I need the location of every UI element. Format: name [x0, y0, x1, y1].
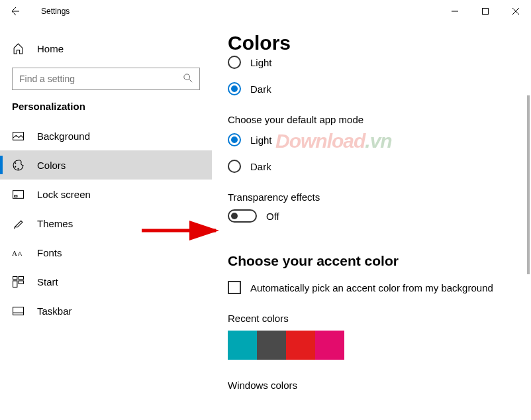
svg-point-3 [15, 162, 16, 164]
maximize-button[interactable] [470, 0, 501, 23]
sidebar-item-themes[interactable]: Themes [0, 209, 212, 238]
search-box[interactable] [12, 68, 200, 90]
window-title: Settings [41, 7, 70, 16]
home-label: Home [37, 43, 64, 54]
svg-point-5 [17, 168, 19, 169]
svg-rect-7 [14, 195, 17, 197]
radio-label: Dark [250, 83, 271, 95]
windows-colors-heading: Windows colors [228, 380, 531, 391]
fonts-icon: AA [12, 246, 24, 258]
recent-colors-row [228, 331, 531, 360]
recent-colors-heading: Recent colors [228, 313, 531, 324]
svg-rect-11 [19, 276, 23, 279]
app-mode-light[interactable]: Light [228, 127, 531, 153]
svg-text:A: A [12, 249, 17, 257]
sidebar: Home Personalization Background Colors [0, 23, 212, 420]
radio-label: Light [250, 57, 272, 68]
search-input[interactable] [19, 74, 183, 84]
app-mode-heading: Choose your default app mode [228, 114, 531, 125]
minimize-icon [452, 8, 458, 15]
minimize-button[interactable] [440, 0, 470, 23]
sidebar-item-label: Start [37, 276, 58, 288]
toggle-state: Off [266, 211, 279, 222]
content: Colors Light Dark Choose your default ap… [212, 23, 531, 420]
sidebar-item-label: Taskbar [37, 305, 72, 317]
taskbar-icon [12, 305, 24, 317]
palette-icon [12, 159, 24, 171]
radio-icon [228, 82, 241, 95]
lock-grid-icon [12, 188, 24, 200]
radio-icon [228, 133, 241, 146]
close-icon [512, 8, 519, 15]
svg-rect-0 [483, 9, 489, 15]
home-icon [12, 42, 24, 54]
windows-mode-dark[interactable]: Dark [228, 76, 531, 102]
sidebar-item-label: Colors [37, 160, 66, 171]
arrow-left-icon [9, 6, 20, 17]
svg-point-1 [184, 74, 190, 79]
svg-point-4 [15, 166, 16, 167]
radio-icon [228, 56, 241, 69]
auto-pick-accent[interactable]: Automatically pick an accent color from … [228, 278, 531, 297]
svg-text:A: A [18, 250, 22, 257]
radio-label: Dark [250, 161, 271, 172]
app-mode-dark[interactable]: Dark [228, 153, 531, 180]
transparency-heading: Transparency effects [228, 191, 531, 203]
svg-rect-13 [19, 280, 23, 283]
sidebar-item-taskbar[interactable]: Taskbar [0, 296, 212, 325]
sidebar-item-colors[interactable]: Colors [0, 150, 212, 180]
sidebar-item-label: Lock screen [37, 189, 91, 200]
checkbox-label: Automatically pick an accent color from … [250, 282, 493, 293]
maximize-icon [482, 8, 489, 15]
checkbox-icon [228, 281, 241, 294]
titlebar: Settings [0, 0, 531, 23]
windows-mode-light[interactable]: Light [228, 49, 531, 76]
color-swatch[interactable] [315, 331, 344, 360]
color-swatch[interactable] [257, 331, 286, 360]
close-button[interactable] [501, 0, 531, 23]
sidebar-item-label: Background [37, 131, 90, 142]
scrollbar[interactable] [527, 95, 530, 274]
accent-heading: Choose your accent color [228, 253, 531, 269]
color-swatch[interactable] [286, 331, 315, 360]
window-controls [440, 0, 531, 23]
sidebar-item-start[interactable]: Start [0, 267, 212, 296]
sidebar-item-label: Fonts [37, 247, 62, 258]
paintbrush-icon [12, 217, 24, 229]
search-icon [183, 74, 193, 85]
transparency-toggle[interactable] [228, 209, 257, 223]
sidebar-item-lockscreen[interactable]: Lock screen [0, 180, 212, 209]
category-heading: Personalization [0, 101, 212, 121]
start-grid-icon [12, 276, 24, 288]
svg-rect-14 [13, 307, 23, 315]
color-swatch[interactable] [228, 331, 257, 360]
sidebar-item-fonts[interactable]: AA Fonts [0, 238, 212, 267]
sidebar-item-background[interactable]: Background [0, 121, 212, 150]
svg-rect-10 [13, 276, 17, 279]
home-nav[interactable]: Home [0, 36, 212, 61]
picture-icon [12, 130, 24, 142]
sidebar-item-label: Themes [37, 218, 73, 229]
svg-rect-12 [13, 280, 17, 287]
radio-icon [228, 160, 241, 173]
radio-label: Light [250, 134, 272, 146]
back-button[interactable] [7, 3, 23, 19]
